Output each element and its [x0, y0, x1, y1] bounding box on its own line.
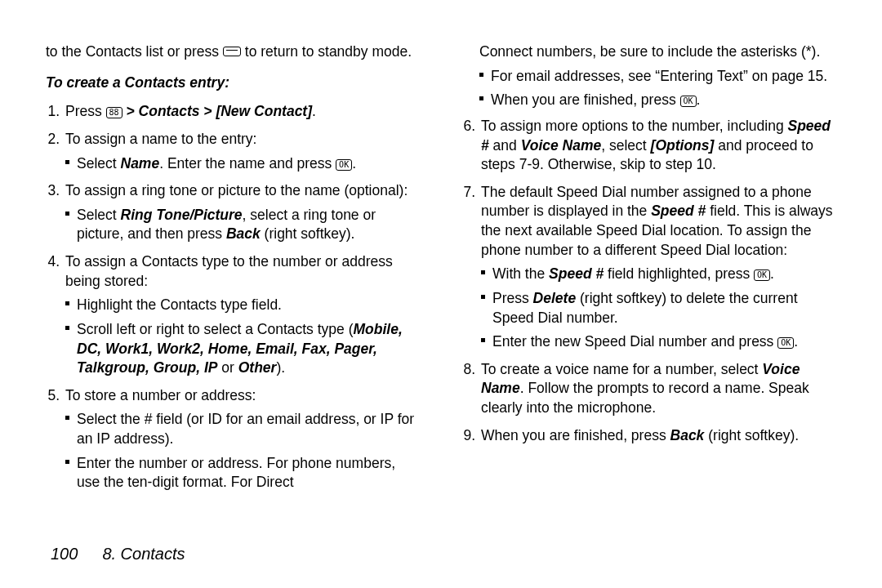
text: to return to standby mode. — [245, 43, 412, 60]
text: . Follow the prompts to record a name. S… — [481, 380, 809, 416]
step-2: To assign a name to the entry: Select Na… — [64, 130, 421, 173]
text: . — [697, 91, 701, 108]
bullet: Scroll left or right to select a Contact… — [65, 320, 421, 378]
ok-key-icon: OK — [336, 159, 352, 171]
text: . — [770, 265, 774, 282]
label: Ring Tone/Picture — [121, 207, 243, 223]
text: . — [794, 333, 798, 350]
path: > Contacts > [New Contact] — [126, 103, 312, 119]
label: Speed # — [549, 265, 604, 282]
text: Select — [77, 207, 121, 223]
page-footer: 100 8. Contacts — [46, 528, 836, 564]
text: (right softkey). — [704, 427, 799, 443]
section-title: 8. Contacts — [102, 545, 185, 564]
text: , select — [601, 137, 650, 154]
columns: to the Contacts list or press to return … — [46, 42, 836, 528]
label: Speed # — [651, 203, 706, 219]
text: To assign a Contacts type to the number … — [65, 253, 393, 289]
steps-list-cont: To assign more options to the number, in… — [461, 117, 836, 445]
text: (right softkey). — [261, 225, 355, 242]
ok-key-icon: OK — [777, 337, 794, 349]
text: To assign a ring tone or picture to the … — [65, 182, 408, 198]
text: to the Contacts list or press — [46, 43, 223, 60]
text: . — [312, 103, 316, 119]
label: Back — [670, 427, 705, 443]
label: [Options] — [651, 137, 715, 154]
ok-key-icon: OK — [680, 96, 697, 107]
text: or — [217, 359, 238, 376]
steps-list: Press 88 > Contacts > [New Contact]. To … — [46, 102, 421, 492]
step-5-continued: Connect numbers, be sure to include the … — [461, 42, 836, 110]
text: . Enter the name and press — [159, 155, 336, 172]
left-column: to the Contacts list or press to return … — [46, 42, 421, 528]
menu-key-icon: 88 — [106, 107, 122, 118]
bullet: Enter the new Speed Dial number and pres… — [481, 332, 836, 352]
text: To assign more options to the number, in… — [481, 118, 788, 134]
text: When you are finished, press — [491, 91, 680, 108]
bullet: Select Name. Enter the name and press OK… — [65, 154, 421, 174]
text: With the — [492, 265, 549, 282]
bullet: Select the # field (or ID for an email a… — [65, 410, 421, 448]
ok-key-icon: OK — [754, 270, 770, 281]
text: To store a number or address: — [65, 387, 256, 403]
step-4: To assign a Contacts type to the number … — [64, 252, 421, 378]
end-key-icon — [223, 47, 241, 56]
step-8: To create a voice name for a number, sel… — [479, 360, 836, 418]
label: Name — [121, 155, 160, 172]
label: Voice Name — [521, 137, 602, 154]
manual-page: to the Contacts list or press to return … — [0, 0, 882, 588]
text: field highlighted, press — [604, 265, 754, 282]
type-other: Other — [238, 359, 277, 376]
text: To assign a name to the entry: — [65, 131, 256, 147]
text: and — [489, 137, 521, 154]
step-3: To assign a ring tone or picture to the … — [64, 181, 421, 244]
text: . — [352, 155, 356, 172]
step-9: When you are finished, press Back (right… — [479, 426, 836, 446]
label: Delete — [533, 290, 577, 306]
bullet: Select Ring Tone/Picture, select a ring … — [65, 206, 421, 244]
text: Press — [65, 103, 106, 119]
bullet: Highlight the Contacts type field. — [65, 296, 421, 315]
label: Back — [226, 225, 261, 242]
bullet-cont: Connect numbers, be sure to include the … — [479, 42, 836, 62]
step-7: The default Speed Dial number assigned t… — [479, 183, 836, 352]
continuation-line: to the Contacts list or press to return … — [46, 42, 421, 62]
bullet: Enter the number or address. For phone n… — [65, 454, 421, 492]
text: Scroll left or right to select a Contact… — [77, 321, 353, 337]
step-1: Press 88 > Contacts > [New Contact]. — [64, 102, 421, 122]
text: To create a voice name for a number, sel… — [481, 361, 762, 377]
text: ). — [276, 359, 285, 376]
page-number: 100 — [51, 545, 78, 564]
bullet: Press Delete (right softkey) to delete t… — [481, 289, 836, 327]
bullet: For email addresses, see “Entering Text”… — [479, 67, 836, 87]
subheading: To create a Contacts entry: — [46, 74, 421, 93]
step-6: To assign more options to the number, in… — [479, 117, 836, 175]
text: Select — [77, 155, 121, 172]
text: When you are finished, press — [481, 427, 670, 443]
bullet: When you are finished, press OK. — [479, 91, 836, 110]
bullet: With the Speed # field highlighted, pres… — [481, 265, 836, 284]
text: Enter the new Speed Dial number and pres… — [492, 333, 777, 350]
step-5: To store a number or address: Select the… — [64, 386, 421, 492]
text: Press — [492, 290, 533, 306]
right-column: Connect numbers, be sure to include the … — [461, 42, 836, 528]
